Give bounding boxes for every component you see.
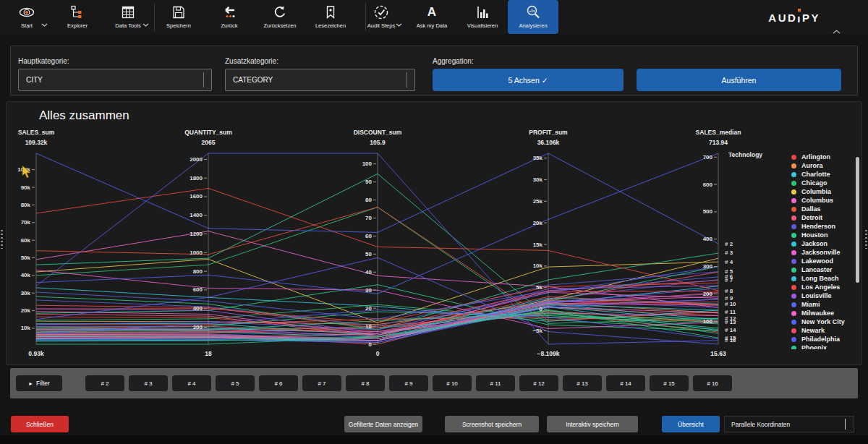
- filter-step-button-16[interactable]: # 16: [693, 375, 732, 391]
- legend-item-columbia[interactable]: Columbia: [791, 187, 855, 196]
- axis-tick-label: 800: [193, 268, 203, 275]
- axis-tick-label: 10k: [21, 325, 31, 331]
- filter-step-button-14[interactable]: # 14: [606, 375, 645, 391]
- legend-item-chicago[interactable]: Chicago: [791, 179, 855, 187]
- toolbar-item-explorer[interactable]: Explorer: [52, 0, 103, 34]
- legend-item-phoenix[interactable]: Phoenix: [791, 343, 855, 349]
- bar-chart-icon: [474, 4, 491, 21]
- legend-color-dot: [791, 346, 796, 350]
- filter-step-button-12[interactable]: # 12: [519, 375, 558, 391]
- toolbar-item-start[interactable]: Start: [1, 0, 52, 34]
- show-filtered-data-button[interactable]: Gefilterte Daten anzeigen: [344, 416, 422, 432]
- toolbar-item-zur-cksetzen[interactable]: Zurücksetzen: [255, 0, 305, 34]
- filter-step-button-9[interactable]: # 9: [389, 375, 428, 391]
- toolbar-item-zur-ck[interactable]: Zurück: [204, 0, 255, 34]
- filter-step-button-13[interactable]: # 13: [563, 375, 602, 391]
- toolbar-item-ask-my-data[interactable]: A Ask my Data: [407, 0, 457, 34]
- axis-tick-label: 700: [703, 154, 713, 161]
- legend-item-houston[interactable]: Houston: [791, 231, 855, 239]
- app-logo: AUDIPY: [768, 12, 820, 24]
- axis-tick-label: 10: [365, 323, 372, 330]
- axis-name[interactable]: SALES_sum: [18, 129, 55, 136]
- filter-step-button-3[interactable]: # 3: [129, 375, 168, 391]
- legend-item-los-angeles[interactable]: Los Angeles: [791, 283, 855, 291]
- axis-name[interactable]: PROFIT_sum: [529, 129, 568, 136]
- toolbar-item-visualisieren[interactable]: Visualisieren: [457, 0, 508, 34]
- zusatzkategorie-select[interactable]: CATEGORY: [225, 69, 415, 91]
- filter-step-button-8[interactable]: # 8: [346, 375, 385, 391]
- legend-item-louisville[interactable]: Louisville: [791, 291, 855, 300]
- legend-item-detroit[interactable]: Detroit: [791, 213, 855, 222]
- legend-color-dot: [791, 268, 796, 273]
- legend-item-philadelphia[interactable]: Philadelphia: [791, 335, 855, 343]
- legend-item-milwaukee[interactable]: Milwaukee: [791, 309, 855, 317]
- cluster-annotation: # 14: [725, 327, 736, 333]
- legend-color-dot: [791, 181, 796, 186]
- overview-button[interactable]: Übersicht: [662, 416, 720, 432]
- axis-tick-label: 600: [703, 182, 713, 188]
- legend-item-jackson[interactable]: Jackson: [791, 239, 855, 248]
- axis-name[interactable]: QUANTITY_sum: [184, 129, 232, 136]
- legend-color-dot: [791, 285, 796, 290]
- axis-tick-label: 90: [365, 179, 372, 185]
- filter-step-button-2[interactable]: # 2: [85, 375, 124, 391]
- legend-city-label: Louisville: [801, 292, 832, 299]
- toolbar-item-speichern[interactable]: Speichern: [153, 0, 204, 34]
- axis-name[interactable]: DISCOUNT_sum: [354, 129, 402, 136]
- axis-quantity_sum[interactable]: QUANTITY_sum2065182004006008001000120014…: [184, 129, 232, 357]
- legend-item-aurora[interactable]: Aurora: [791, 161, 855, 170]
- chevron-down-icon[interactable]: [41, 17, 48, 30]
- legend-item-arlington[interactable]: Arlington: [791, 153, 855, 161]
- axis-name[interactable]: SALES_median: [696, 129, 741, 136]
- filter-step-button-6[interactable]: # 6: [259, 375, 298, 391]
- chevron-down-icon[interactable]: [396, 17, 402, 30]
- toolbar-item-data-tools[interactable]: Data Tools: [103, 0, 153, 34]
- axis-sales_sum[interactable]: SALES_sum109.32k0.93k10k20k30k40k50k60k7…: [17, 129, 55, 357]
- legend-item-henderson[interactable]: Henderson: [791, 222, 855, 231]
- legend-item-newark[interactable]: Newark: [791, 326, 855, 335]
- legend-item-long-beach[interactable]: Long Beach: [791, 274, 855, 283]
- chevron-down-icon[interactable]: [142, 17, 149, 30]
- legend-group-title: Technology: [728, 151, 762, 158]
- axis-min-label: 0.93k: [28, 350, 44, 357]
- legend-item-charlotte[interactable]: Charlotte: [791, 170, 855, 179]
- achsen-button[interactable]: 5 Achsen ✓: [433, 69, 624, 91]
- collapse-chevron-icon[interactable]: [833, 24, 841, 37]
- cluster-annotation: # 16: [725, 337, 736, 343]
- toolbar-item-lesezeichen[interactable]: Lesezeichen: [305, 0, 356, 34]
- filter-step-button-11[interactable]: # 11: [476, 375, 515, 391]
- toolbar-item-audit-steps[interactable]: Audit Steps: [356, 0, 407, 34]
- close-button[interactable]: Schließen: [11, 416, 69, 432]
- legend-item-lakewood[interactable]: Lakewood: [791, 257, 855, 265]
- toolbar-separator: [154, 3, 155, 31]
- toolbar-item-analysieren[interactable]: Analysieren: [508, 0, 558, 34]
- filter-step-button-5[interactable]: # 5: [216, 375, 255, 391]
- axis-tick-label: 200: [703, 291, 713, 297]
- axis-discount_sum[interactable]: DISCOUNT_sum105.900102030405060708090100: [354, 129, 402, 357]
- legend-item-columbus[interactable]: Columbus: [791, 196, 855, 205]
- right-resize-handle[interactable]: [865, 230, 867, 249]
- legend-item-dallas[interactable]: Dallas: [791, 205, 855, 213]
- axis-tick-label: 10k: [533, 262, 543, 269]
- view-type-select[interactable]: Parallele Koordinaten: [724, 416, 854, 432]
- legend-item-jacksonville[interactable]: Jacksonville: [791, 248, 855, 257]
- left-resize-handle[interactable]: [1, 230, 3, 249]
- legend-item-lancaster[interactable]: Lancaster: [791, 265, 855, 274]
- filter-step-button-4[interactable]: # 4: [172, 375, 211, 391]
- filter-step-button-10[interactable]: # 10: [433, 375, 472, 391]
- legend-item-new-york-city[interactable]: New York City: [791, 317, 855, 326]
- legend-color-dot: [791, 259, 796, 264]
- filter-step-button-7[interactable]: # 7: [302, 375, 341, 391]
- save-screenshot-button[interactable]: Screenshot speichern: [445, 416, 539, 432]
- filter-expand-button[interactable]: ► Filter: [16, 375, 62, 391]
- legend-item-miami[interactable]: Miami: [791, 300, 855, 309]
- logo-orange-dot: [798, 9, 801, 12]
- legend-scrollbar[interactable]: [856, 157, 859, 283]
- save-interactive-button[interactable]: Interaktiv speichern: [547, 416, 638, 432]
- ausfuehren-button[interactable]: Ausführen: [637, 69, 841, 91]
- select-divider: [845, 419, 846, 430]
- axis-tick-label: 60: [365, 233, 372, 239]
- legend-city-label: Newark: [801, 327, 825, 334]
- hauptkategorie-select[interactable]: CITY: [18, 69, 212, 91]
- filter-step-button-15[interactable]: # 15: [650, 375, 689, 391]
